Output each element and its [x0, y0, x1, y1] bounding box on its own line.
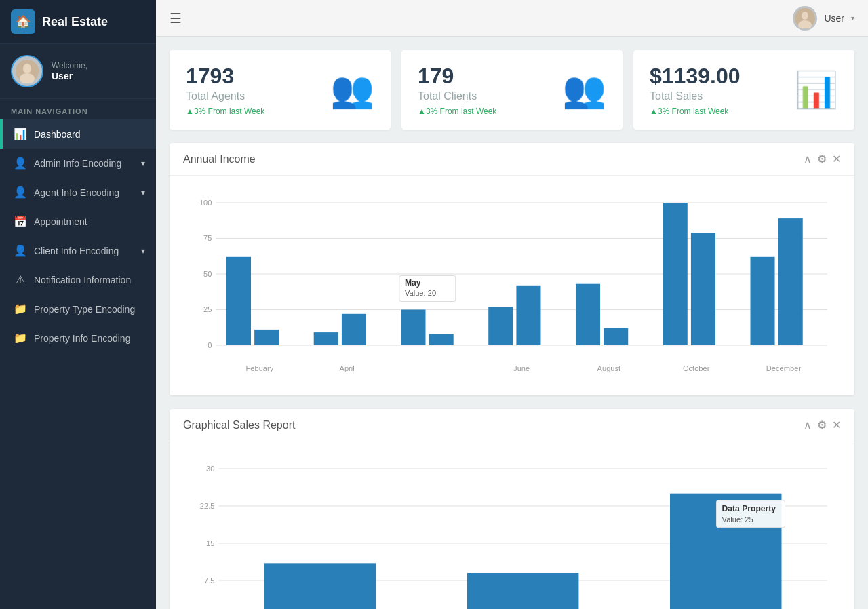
- svg-text:100: 100: [199, 199, 212, 207]
- sidebar-item-property-info-encoding[interactable]: 📁 Property Info Encoding: [0, 323, 156, 353]
- collapse-icon-annual[interactable]: ∧: [804, 153, 812, 165]
- property-type-encoding-label: Property Type Encoding: [34, 304, 135, 315]
- avatar: [11, 55, 43, 87]
- hamburger-icon[interactable]: ☰: [170, 10, 182, 26]
- stat-cards: 1793 Total Agents ▲3% From last Week 👥 1…: [170, 50, 854, 130]
- sidebar: 🏠 Real Estate Welcome, User MAIN NAVIGAT…: [0, 0, 156, 609]
- settings-icon-annual[interactable]: ⚙: [817, 153, 827, 165]
- svg-text:50: 50: [203, 270, 212, 278]
- annual-income-body: 0255075100MayValue: 20FebuaryAprilJuneAu…: [170, 176, 854, 395]
- svg-text:15: 15: [206, 539, 214, 547]
- topbar-avatar: [793, 6, 817, 31]
- svg-rect-19: [342, 314, 366, 345]
- client-info-encoding-icon: 👤: [14, 244, 27, 257]
- svg-text:25: 25: [203, 306, 212, 314]
- app-title: Real Estate: [42, 15, 108, 29]
- sidebar-header: 🏠 Real Estate: [0, 0, 156, 44]
- sidebar-item-client-info-encoding[interactable]: 👤 Client Info Encoding ▾: [0, 236, 156, 265]
- svg-text:October: October: [683, 364, 710, 372]
- svg-rect-25: [488, 307, 513, 345]
- stat-card-agents: 1793 Total Agents ▲3% From last Week 👥: [170, 50, 391, 130]
- svg-text:Febuary: Febuary: [246, 364, 274, 372]
- stat-card-clients: 179 Total Clients ▲3% From last Week 👥: [401, 50, 623, 130]
- sidebar-item-property-type-encoding[interactable]: 📁 Property Type Encoding: [0, 294, 156, 323]
- svg-text:Value: 25: Value: 25: [722, 515, 753, 524]
- stat-card-left-sales: $1139.00 Total Sales ▲3% From last Week: [650, 64, 740, 116]
- stat-change-sales: ▲3% From last Week: [650, 106, 740, 116]
- content-area: 1793 Total Agents ▲3% From last Week 👥 1…: [156, 37, 868, 609]
- svg-text:0: 0: [208, 341, 212, 349]
- annual-income-chart: 0255075100MayValue: 20FebuaryAprilJuneAu…: [183, 189, 841, 382]
- stat-label-sales: Total Sales: [650, 90, 740, 102]
- stat-value-clients: 179: [418, 64, 496, 89]
- sales-report-chart: 07.51522.530Residence PropertyGeneral Pr…: [183, 455, 841, 609]
- stat-label-agents: Total Agents: [186, 90, 264, 102]
- sidebar-item-agent-info-encoding[interactable]: 👤 Agent Info Encoding ▾: [0, 178, 156, 207]
- collapse-icon-sales[interactable]: ∧: [804, 418, 812, 431]
- svg-rect-18: [314, 332, 338, 345]
- topbar: ☰ User ▾: [156, 0, 868, 37]
- annual-income-title: Annual Income: [183, 153, 256, 165]
- svg-text:30: 30: [206, 465, 214, 473]
- chart-actions-sales: ∧ ⚙ ✕: [804, 418, 841, 431]
- stat-icon-agents: 👥: [330, 69, 374, 111]
- arrow-icon: ▾: [141, 188, 145, 197]
- sales-report-body: 07.51522.530Residence PropertyGeneral Pr…: [170, 441, 854, 609]
- close-icon-annual[interactable]: ✕: [832, 153, 841, 165]
- svg-text:May: May: [405, 279, 421, 288]
- close-icon-sales[interactable]: ✕: [832, 418, 841, 431]
- admin-info-encoding-label: Admin Info Encoding: [34, 158, 121, 169]
- property-info-encoding-label: Property Info Encoding: [34, 333, 130, 344]
- chart-actions-annual: ∧ ⚙ ✕: [804, 153, 841, 165]
- appointment-icon: 📅: [14, 215, 27, 228]
- appointment-label: Appointment: [34, 216, 87, 227]
- main-area: ☰ User ▾ 1793 Total Agents ▲3% From last…: [156, 0, 868, 609]
- svg-rect-26: [516, 286, 540, 345]
- svg-rect-16: [226, 257, 251, 345]
- notification-information-icon: ⚠: [14, 273, 27, 286]
- agent-info-encoding-label: Agent Info Encoding: [34, 187, 119, 198]
- stat-change-agents: ▲3% From last Week: [186, 106, 264, 116]
- svg-text:December: December: [766, 364, 802, 372]
- settings-icon-sales[interactable]: ⚙: [817, 418, 827, 431]
- stat-card-left-agents: 1793 Total Agents ▲3% From last Week: [186, 64, 264, 116]
- svg-rect-20: [401, 310, 425, 346]
- stat-icon-clients: 👥: [562, 69, 606, 111]
- svg-text:June: June: [513, 364, 530, 372]
- stat-value-agents: 1793: [186, 64, 264, 89]
- sidebar-user-section: Welcome, User: [0, 44, 156, 99]
- stat-value-sales: $1139.00: [650, 64, 740, 89]
- svg-rect-29: [663, 203, 688, 345]
- topbar-username[interactable]: User: [824, 13, 844, 24]
- svg-text:Data Property: Data Property: [722, 504, 776, 513]
- dashboard-label: Dashboard: [34, 129, 81, 140]
- admin-info-encoding-icon: 👤: [14, 157, 27, 170]
- nav-label: MAIN NAVIGATION: [0, 99, 156, 119]
- svg-rect-32: [778, 218, 803, 345]
- annual-income-header: Annual Income ∧ ⚙ ✕: [170, 143, 854, 176]
- sidebar-user-info: Welcome, User: [52, 61, 87, 81]
- svg-rect-30: [691, 233, 715, 345]
- sidebar-username: User: [52, 71, 87, 81]
- notification-information-label: Notification Information: [34, 275, 131, 286]
- stat-change-clients: ▲3% From last Week: [418, 106, 496, 116]
- stat-label-clients: Total Clients: [418, 90, 496, 102]
- svg-rect-21: [429, 334, 454, 345]
- property-type-encoding-icon: 📁: [14, 302, 27, 315]
- nav-list: 📊 Dashboard 👤 Admin Info Encoding ▾ 👤 Ag…: [0, 119, 156, 353]
- topbar-dropdown-icon[interactable]: ▾: [851, 14, 854, 22]
- svg-rect-31: [750, 257, 774, 345]
- stat-card-sales: $1139.00 Total Sales ▲3% From last Week …: [633, 50, 854, 130]
- topbar-left: ☰: [170, 10, 182, 26]
- sidebar-item-dashboard[interactable]: 📊 Dashboard: [0, 119, 156, 149]
- app-logo-icon: 🏠: [11, 9, 35, 34]
- sidebar-item-admin-info-encoding[interactable]: 👤 Admin Info Encoding ▾: [0, 149, 156, 178]
- sidebar-item-notification-information[interactable]: ⚠ Notification Information: [0, 265, 156, 294]
- svg-text:August: August: [597, 364, 621, 372]
- dashboard-icon: 📊: [14, 127, 27, 140]
- sidebar-item-appointment[interactable]: 📅 Appointment: [0, 207, 156, 236]
- svg-text:7.5: 7.5: [204, 576, 214, 585]
- svg-point-4: [802, 12, 808, 20]
- svg-text:22.5: 22.5: [200, 502, 215, 510]
- sales-report-title: Graphical Sales Report: [183, 419, 295, 431]
